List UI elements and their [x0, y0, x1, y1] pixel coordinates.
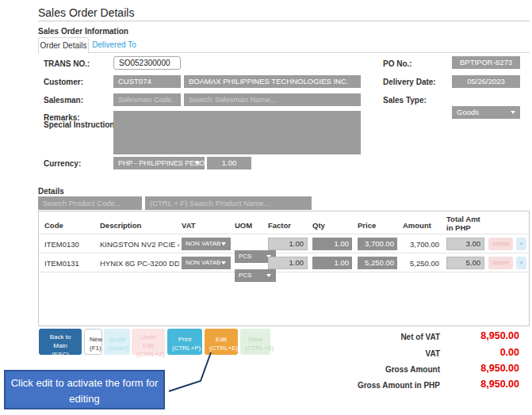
button-shortcut: (CTRL+Z) — [136, 350, 160, 359]
tab-delivered-to[interactable]: Delivered To — [89, 37, 140, 53]
back-to-main-button[interactable]: Back to Main (ESC) — [39, 329, 82, 355]
salesman-name-field[interactable]: Search Salesman Name... — [184, 93, 361, 106]
row-add-button[interactable]: + — [516, 238, 526, 250]
quote-button[interactable]: Quote (Insert) — [104, 329, 130, 355]
button-label: New — [90, 335, 97, 344]
button-shortcut: (CTRL+P) — [172, 344, 197, 352]
chevron-down-icon — [511, 111, 515, 114]
row-qty-input[interactable]: 1.00 — [312, 238, 352, 250]
print-button[interactable]: Print (CTRL+P) — [167, 329, 202, 355]
title-divider — [38, 21, 530, 21]
special-instructions-field[interactable] — [113, 119, 361, 154]
callout-box: Click edit to activate the form for edit… — [4, 370, 165, 409]
currency-rate-field[interactable]: 1.00 — [207, 157, 251, 169]
row-description: KINGSTON NV2 PCIE 4.0 N... — [100, 240, 179, 249]
row-add-button[interactable]: + — [516, 257, 526, 269]
col-header-uom: UOM — [235, 221, 252, 230]
col-header-code: Code — [44, 221, 63, 230]
row-qty-input[interactable]: 1.00 — [312, 257, 352, 269]
row-uom-select[interactable]: PCS — [235, 269, 276, 282]
table-row: ITEM0131 HYNIX 8G PC-3200 DDR4 S... NON … — [39, 253, 529, 272]
details-table: Code Description VAT UOM Factor Qty Pric… — [38, 211, 530, 326]
trans-no-label: TRANS NO.: — [44, 59, 90, 68]
sales-type-select[interactable]: Goods — [452, 106, 520, 119]
row-total-php-input[interactable]: 5.00 — [446, 257, 484, 269]
button-label: Save — [245, 335, 266, 344]
row-amount: 5,250.00 — [376, 259, 439, 268]
customer-label: Customer: — [44, 78, 83, 86]
vat-selected-value: NON VATAB — [186, 259, 220, 266]
search-product-code-input[interactable]: Search Product Code... — [38, 196, 142, 210]
salesman-label: Salesman: — [44, 96, 83, 105]
col-header-description: Description — [100, 221, 141, 230]
chevron-down-icon — [221, 242, 226, 246]
chevron-down-icon — [195, 162, 200, 165]
button-shortcut: (F1) — [90, 344, 97, 352]
button-label: Quote — [109, 335, 125, 344]
row-code: ITEM0131 — [44, 259, 79, 268]
button-shortcut: (CTRL+E) — [209, 344, 233, 352]
row-vat-select[interactable]: NON VATAB — [182, 257, 231, 269]
customer-code-field[interactable]: CUST074 — [113, 75, 181, 88]
chevron-down-icon — [266, 274, 271, 277]
row-factor-input[interactable]: 1.00 — [268, 238, 308, 250]
button-shortcut: (CTRL+S) — [245, 344, 266, 352]
row-delete-button[interactable]: delete — [488, 238, 513, 250]
row-description: HYNIX 8G PC-3200 DDR4 S... — [100, 259, 179, 268]
row-delete-button[interactable]: delete — [488, 257, 513, 269]
trans-no-input[interactable] — [113, 56, 181, 70]
gross-amount-value: 8,950.00 — [440, 363, 519, 374]
gross-amount-in-php-label: Gross Amount in PHP — [341, 381, 440, 390]
tab-order-details[interactable]: Order Details — [38, 37, 89, 54]
button-label: Undo Edit — [136, 333, 160, 350]
col-header-vat: VAT — [182, 221, 196, 230]
row-factor-input[interactable]: 1.00 — [268, 257, 308, 269]
currency-label: Currency: — [44, 159, 81, 168]
vat-label: VAT — [341, 349, 440, 358]
row-vat-select[interactable]: NON VATAB — [182, 238, 231, 250]
button-shortcut: (ESC) — [44, 350, 77, 359]
edit-button[interactable]: Edit (CTRL+E) — [205, 329, 238, 355]
details-label: Details — [38, 187, 64, 196]
col-header-total-amt-php: Total Amt in PHP — [446, 215, 486, 232]
po-no-field[interactable]: BPTIPOR-8273 — [452, 56, 520, 69]
button-label: Back to Main — [44, 333, 77, 350]
button-shortcut: (Insert) — [109, 344, 125, 352]
vat-selected-value: NON VATAB — [186, 240, 220, 247]
sales-type-label: Sales Type: — [383, 96, 427, 105]
special-instructions-label: Special Instructions: — [44, 120, 121, 129]
row-code: ITEM0130 — [44, 240, 79, 249]
page-title: Sales Order Details — [38, 6, 134, 19]
gross-amount-in-php-value: 8,950.00 — [440, 379, 519, 390]
vat-value: 0.00 — [440, 347, 519, 358]
customer-name-field[interactable]: BOAMAX PHILIPPINES TECHNOLOGIES INC. — [184, 75, 361, 88]
col-header-qty: Qty — [312, 221, 325, 230]
button-label: Edit — [209, 335, 233, 344]
button-label: Print — [172, 335, 197, 344]
po-no-label: PO No.: — [383, 59, 412, 68]
col-header-price: Price — [358, 221, 376, 230]
currency-select[interactable]: PHP - PHILIPPINES PESO — [113, 157, 205, 169]
chevron-down-icon — [221, 261, 226, 265]
col-header-amount: Amount — [403, 221, 431, 230]
sales-type-selected-value: Goods — [457, 108, 479, 116]
net-of-vat-value: 8,950.00 — [440, 330, 519, 341]
gross-amount-label: Gross Amount — [341, 365, 440, 374]
col-header-factor: Factor — [268, 221, 291, 230]
uom-selected-value: PCS — [239, 272, 251, 279]
net-of-vat-label: Net of VAT — [341, 333, 440, 341]
new-button[interactable]: New (F1) — [84, 329, 102, 355]
delivery-date-label: Delivery Date: — [383, 78, 436, 86]
undo-edit-button[interactable]: Undo Edit (CTRL+Z) — [132, 329, 165, 355]
search-product-name-input[interactable]: (CTRL + F) Search Product Name... — [145, 196, 312, 210]
delivery-date-field[interactable]: 05/26/2023 — [452, 75, 520, 88]
salesman-code-field[interactable]: Salesman Code... — [113, 93, 181, 106]
save-button[interactable]: Save (CTRL+S) — [240, 329, 270, 355]
sales-order-details-page: Sales Order Details Sales Order Informat… — [0, 0, 532, 415]
row-amount: 3,700.00 — [376, 240, 439, 249]
row-total-php-input[interactable]: 3.00 — [446, 238, 484, 250]
sales-order-information-label: Sales Order Information — [38, 27, 128, 36]
currency-selected-value: PHP - PHILIPPINES PESO — [118, 159, 205, 167]
table-row: ITEM0130 KINGSTON NV2 PCIE 4.0 N... NON … — [39, 234, 529, 253]
